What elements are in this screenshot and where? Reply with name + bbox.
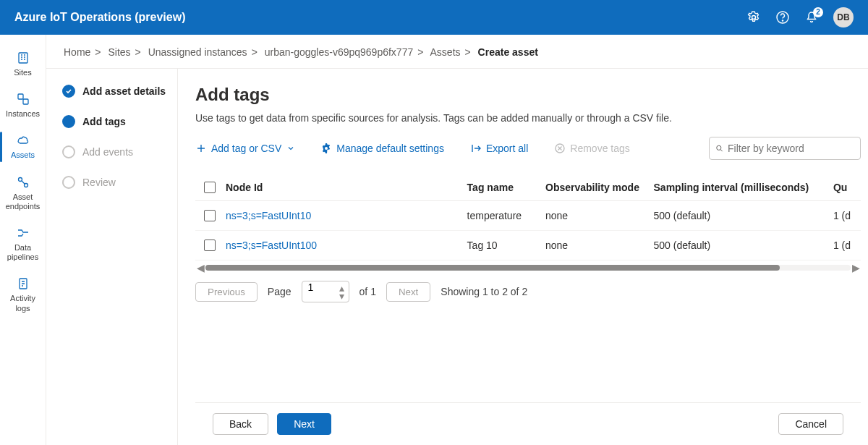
scroll-right-icon[interactable]: ▶ (851, 263, 861, 272)
crumb-current: Create asset (478, 46, 538, 58)
crumb-unassigned[interactable]: Unassigned instances (148, 46, 247, 58)
step-add-events[interactable]: Add events (62, 145, 169, 158)
step-add-tags[interactable]: Add tags (62, 115, 169, 128)
svg-rect-5 (23, 99, 28, 104)
page-number-input-wrap[interactable]: ▴▾ (302, 281, 349, 302)
svg-rect-4 (18, 94, 23, 99)
filter-input-box[interactable] (709, 137, 861, 160)
cell-queue: 1 (d (833, 201, 861, 231)
cell-tag-name: temperature (467, 201, 545, 231)
plus-icon (195, 143, 207, 154)
add-tag-label: Add tag or CSV (211, 143, 281, 154)
col-queue[interactable]: Qu (833, 174, 861, 201)
next-page-button[interactable]: Next (386, 282, 430, 302)
manage-defaults-label: Manage default settings (336, 143, 444, 154)
table-row: ns=3;s=FastUInt10 temperature none 500 (… (195, 201, 861, 231)
manage-defaults-button[interactable]: Manage default settings (320, 143, 444, 154)
cell-queue: 1 (d (833, 231, 861, 260)
page-description: Use tags to get data from specific sourc… (195, 112, 861, 124)
nav-instances-label: Instances (6, 109, 40, 119)
back-button[interactable]: Back (213, 413, 268, 435)
crumb-home[interactable]: Home (64, 46, 90, 58)
product-title: Azure IoT Operations (preview) (14, 11, 746, 24)
cell-observability: none (545, 201, 654, 231)
nav-activity-logs[interactable]: Activity logs (0, 269, 46, 320)
nav-sites[interactable]: Sites (0, 43, 46, 85)
col-sampling-interval[interactable]: Sampling interval (milliseconds) (654, 174, 833, 201)
crumb-assets[interactable]: Assets (430, 46, 461, 58)
left-nav: Sites Instances Assets Asset endpoints D… (0, 35, 46, 445)
filter-input[interactable] (728, 143, 854, 154)
nav-sites-label: Sites (14, 68, 31, 77)
settings-icon[interactable] (746, 10, 761, 25)
svg-point-0 (752, 16, 756, 20)
chevron-down-icon (287, 145, 294, 152)
col-node-id[interactable]: Node Id (226, 174, 467, 201)
step-label: Add tags (82, 116, 126, 127)
add-tag-button[interactable]: Add tag or CSV (195, 143, 294, 154)
cell-sampling: 500 (default) (654, 201, 833, 231)
svg-point-10 (717, 145, 721, 150)
nav-data-pipelines-label: Data pipelines (3, 243, 43, 262)
node-id-link[interactable]: ns=3;s=FastUInt10 (226, 210, 311, 221)
avatar[interactable]: DB (833, 7, 854, 27)
cancel-button[interactable]: Cancel (778, 413, 843, 435)
nav-instances[interactable]: Instances (0, 85, 46, 126)
wizard-stepper: Add asset details Add tags Add events Re… (46, 69, 178, 445)
header-actions: 2 DB (746, 7, 854, 27)
export-icon (470, 143, 482, 154)
remove-icon (554, 143, 566, 154)
nav-data-pipelines[interactable]: Data pipelines (0, 219, 46, 269)
table-row: ns=3;s=FastUInt100 Tag 10 none 500 (defa… (195, 231, 861, 260)
export-all-label: Export all (486, 143, 528, 154)
tags-table: Node Id Tag name Observability mode Samp… (195, 174, 861, 260)
step-add-asset-details[interactable]: Add asset details (62, 85, 169, 98)
next-button[interactable]: Next (277, 413, 331, 435)
page-content: Add tags Use tags to get data from speci… (178, 69, 868, 445)
remove-tags-label: Remove tags (570, 143, 629, 154)
step-review[interactable]: Review (62, 176, 169, 189)
breadcrumb: Home> Sites> Unassigned instances> urban… (46, 35, 868, 69)
step-label: Add events (82, 146, 133, 158)
nav-asset-endpoints-label: Asset endpoints (3, 192, 43, 211)
toolbar: Add tag or CSV Manage default settings E… (195, 137, 861, 160)
previous-page-button[interactable]: Previous (195, 282, 258, 302)
row-checkbox[interactable] (204, 240, 216, 251)
stepper-down-icon[interactable]: ▾ (337, 292, 347, 300)
search-icon (715, 143, 723, 153)
svg-point-2 (782, 20, 783, 21)
page-label: Page (268, 286, 292, 297)
notifications-icon[interactable]: 2 (804, 10, 819, 25)
page-total: of 1 (359, 286, 376, 297)
gear-icon (320, 143, 332, 154)
svg-point-6 (18, 177, 22, 181)
help-icon[interactable] (775, 10, 790, 25)
page-title: Add tags (195, 85, 861, 105)
export-all-button[interactable]: Export all (470, 143, 528, 154)
step-label: Review (82, 177, 116, 188)
svg-rect-3 (19, 53, 27, 63)
crumb-sites[interactable]: Sites (108, 46, 130, 58)
crumb-instance[interactable]: urban-goggles-v69pq969p6fx777 (265, 46, 414, 58)
node-id-link[interactable]: ns=3;s=FastUInt100 (226, 240, 317, 251)
svg-point-7 (24, 183, 27, 187)
col-observability[interactable]: Observability mode (545, 174, 654, 201)
cell-sampling: 500 (default) (654, 231, 833, 260)
nav-asset-endpoints[interactable]: Asset endpoints (0, 168, 46, 219)
nav-activity-logs-label: Activity logs (3, 294, 43, 313)
page-number-input[interactable] (308, 281, 336, 293)
showing-text: Showing 1 to 2 of 2 (441, 286, 527, 297)
horizontal-scrollbar[interactable]: ◀ ▶ (195, 263, 861, 272)
pagination: Previous Page ▴▾ of 1 Next Showing 1 to … (195, 281, 861, 302)
select-all-checkbox[interactable] (204, 182, 216, 193)
col-tag-name[interactable]: Tag name (467, 174, 545, 201)
scroll-left-icon[interactable]: ◀ (195, 263, 205, 272)
step-label: Add asset details (82, 85, 166, 97)
cell-observability: none (545, 231, 654, 260)
nav-assets-label: Assets (11, 151, 35, 160)
notification-count: 2 (813, 7, 823, 17)
app-header: Azure IoT Operations (preview) 2 DB (0, 0, 868, 35)
cell-tag-name: Tag 10 (467, 231, 545, 260)
row-checkbox[interactable] (204, 210, 216, 221)
nav-assets[interactable]: Assets (0, 126, 46, 167)
